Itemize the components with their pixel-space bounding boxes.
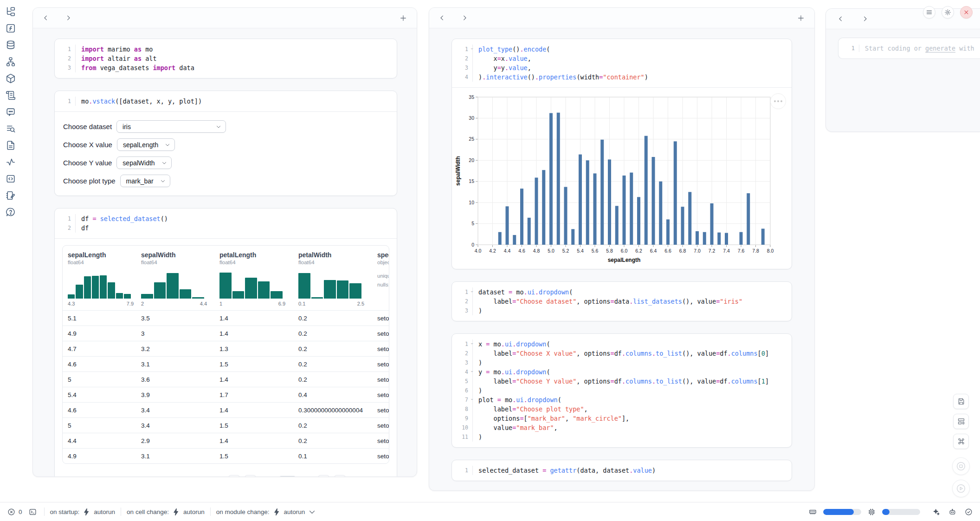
column-header-sepalWidth[interactable]: sepalWidthfloat6424.4: [141, 251, 219, 306]
on-startup-setting[interactable]: on startup: autorun: [50, 508, 116, 516]
menu-button[interactable]: [923, 6, 935, 19]
table-row[interactable]: 4.73.21.30.2setos: [63, 341, 389, 356]
shutdown-button[interactable]: [960, 6, 973, 19]
code-line[interactable]: 1mo.vstack([dataset, x, y, plot]): [55, 97, 390, 106]
column-header-sepalLength[interactable]: sepalLengthfloat644.37.9: [68, 251, 141, 306]
chat-assistant-icon[interactable]: [6, 107, 16, 117]
fold-chevron-icon[interactable]: ›: [470, 290, 474, 293]
panel-back-button[interactable]: [42, 14, 49, 21]
code-editor[interactable]: 1selected_dataset = getattr(data, datase…: [452, 460, 792, 481]
chart-options-button[interactable]: [770, 93, 786, 109]
code-line[interactable]: 7›plot = mo.ui.dropdown(: [452, 395, 785, 404]
generate-link[interactable]: generate: [925, 45, 955, 52]
function-square-icon[interactable]: [6, 23, 16, 33]
code-editor[interactable]: 1import marimo as mo2import altair as al…: [55, 39, 397, 78]
terminal-button[interactable]: [29, 508, 37, 516]
panel-forward-button[interactable]: [461, 14, 468, 21]
code-line[interactable]: 2df: [55, 223, 390, 233]
panel-back-button[interactable]: [438, 14, 445, 21]
code-line[interactable]: 2 x=x.value,: [452, 54, 785, 63]
table-row[interactable]: 5.13.51.40.2setos: [63, 310, 389, 326]
search-logs-icon[interactable]: [6, 124, 16, 134]
code-line[interactable]: 11): [452, 432, 785, 442]
prev-page-button[interactable]: [244, 475, 257, 477]
code-line[interactable]: 1›dataset = mo.ui.dropdown(: [452, 287, 785, 297]
code-editor[interactable]: 1›x = mo.ui.dropdown(2 label="Choose X v…: [452, 334, 792, 447]
column-header-petalWidth[interactable]: petalWidthfloat640.12.5: [298, 251, 377, 306]
scratchpad-editor[interactable]: 1 Start coding or generate with: [838, 38, 980, 59]
fold-chevron-icon[interactable]: ›: [470, 47, 474, 50]
code-line[interactable]: 2import altair as alt: [55, 54, 390, 63]
settings-button[interactable]: [941, 6, 954, 19]
dropdown-select-1[interactable]: sepalLength: [117, 138, 175, 151]
table-row[interactable]: 4.63.11.50.2setos: [63, 356, 389, 371]
script-log-icon[interactable]: [6, 90, 16, 100]
code-line[interactable]: 5 label="Choose Y value", options=df.col…: [452, 377, 785, 386]
panel-back-button[interactable]: [837, 15, 844, 22]
column-header-speci[interactable]: speciobjecuniqunulls:: [377, 251, 389, 306]
code-line[interactable]: 8 label="Choose plot type",: [452, 404, 785, 414]
scratchpad-icon[interactable]: [6, 190, 16, 201]
database-icon[interactable]: [6, 40, 16, 50]
code-line[interactable]: 1df = selected_dataset(): [55, 214, 390, 223]
code-line[interactable]: 9 options=["mark_bar", "mark_circle"],: [452, 414, 785, 423]
code-line[interactable]: 2 label="Choose dataset", options=data.l…: [452, 297, 785, 306]
run-button[interactable]: [952, 480, 970, 497]
help-icon[interactable]: [6, 207, 16, 217]
cell-output-chart[interactable]: 4.04.24.44.64.85.05.25.45.65.86.06.26.46…: [452, 87, 792, 269]
code-line[interactable]: 10 value="mark_bar",: [452, 423, 785, 432]
next-page-button[interactable]: [317, 475, 330, 477]
dropdown-select-3[interactable]: mark_bar: [120, 175, 170, 187]
code-line[interactable]: 2 label="Choose X value", options=df.col…: [452, 349, 785, 358]
page-select[interactable]: 1: [278, 476, 297, 477]
table-row[interactable]: 4.931.40.2setos: [63, 326, 389, 341]
table-row[interactable]: 5.43.91.70.4setos: [63, 387, 389, 402]
first-page-button[interactable]: [228, 475, 240, 477]
code-line[interactable]: 1selected_dataset = getattr(data, datase…: [452, 466, 785, 475]
code-line[interactable]: 3from vega_datasets import data: [55, 63, 390, 72]
fold-chevron-icon[interactable]: ›: [470, 398, 474, 401]
layout-button[interactable]: [953, 414, 969, 429]
command-palette-button[interactable]: [953, 434, 969, 449]
code-line[interactable]: 3): [452, 358, 785, 367]
ai-sparkles-button[interactable]: [932, 508, 940, 516]
documentation-icon[interactable]: [6, 140, 16, 150]
last-page-button[interactable]: [334, 475, 346, 477]
code-line[interactable]: 3): [452, 306, 785, 315]
add-cell-button[interactable]: [797, 14, 805, 22]
code-line[interactable]: 6): [452, 386, 785, 395]
panel-forward-button[interactable]: [862, 15, 869, 22]
code-line[interactable]: 1›x = mo.ui.dropdown(: [452, 339, 785, 349]
bar-chart[interactable]: 4.04.24.44.64.85.05.25.45.65.86.06.26.46…: [454, 93, 790, 268]
dropdown-select-0[interactable]: iris: [116, 120, 226, 133]
code-line[interactable]: 4).interactive().properties(width="conta…: [452, 72, 785, 82]
code-editor[interactable]: 1df = selected_dataset()2df: [55, 208, 397, 238]
column-name[interactable]: sepalWidth: [141, 251, 219, 259]
code-line[interactable]: 4›y = mo.ui.dropdown(: [452, 367, 785, 377]
code-line[interactable]: 1import marimo as mo: [55, 45, 390, 54]
code-line[interactable]: 3 y=y.value,: [452, 63, 785, 72]
fold-chevron-icon[interactable]: ›: [470, 342, 474, 345]
on-module-change-setting[interactable]: on module change: autorun: [216, 508, 315, 516]
column-name[interactable]: petalLength: [219, 251, 298, 259]
save-button[interactable]: [953, 394, 969, 409]
table-row[interactable]: 4.93.11.50.1setos: [63, 448, 389, 463]
column-header-petalLength[interactable]: petalLengthfloat6416.9: [219, 251, 298, 306]
table-row[interactable]: 53.61.40.2setos: [63, 371, 389, 387]
code-editor[interactable]: 1›plot_type().encode(2 x=x.value,3 y=y.v…: [452, 39, 792, 87]
package-icon[interactable]: [6, 73, 16, 84]
copilot-button[interactable]: [948, 508, 956, 516]
stop-button[interactable]: [952, 457, 970, 475]
column-name[interactable]: sepalLength: [68, 251, 141, 259]
ram-usage-meter[interactable]: [823, 509, 861, 515]
dropdown-select-2[interactable]: sepalWidth: [116, 156, 171, 169]
column-name[interactable]: speci: [377, 251, 389, 259]
fold-chevron-icon[interactable]: ›: [470, 370, 474, 373]
dependency-graph-icon[interactable]: [6, 57, 16, 67]
panel-forward-button[interactable]: [65, 14, 72, 21]
on-cell-change-setting[interactable]: on cell change: autorun: [127, 508, 205, 516]
file-tree-icon[interactable]: [6, 7, 16, 17]
code-line[interactable]: 1›plot_type().encode(: [452, 45, 785, 54]
error-indicator[interactable]: 0: [7, 508, 22, 516]
cpu-usage-meter[interactable]: [882, 509, 920, 515]
